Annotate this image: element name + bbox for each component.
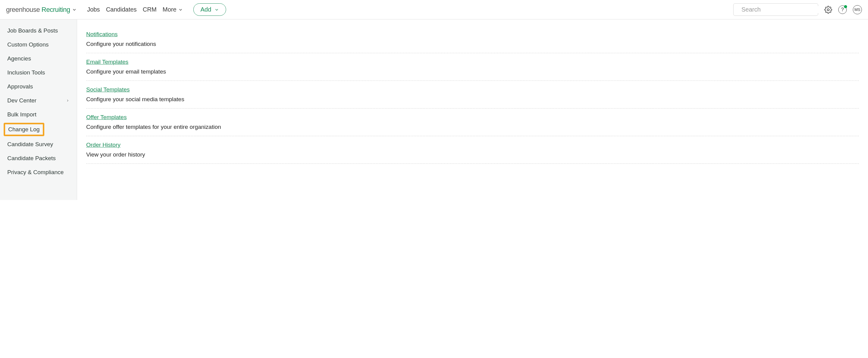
header-right: ? MS [733,3,862,16]
sidebar-item-approvals[interactable]: Approvals [0,80,77,93]
nav-crm[interactable]: CRM [143,6,157,13]
nav-more-label: More [163,6,177,13]
link-notifications[interactable]: Notifications [86,31,118,38]
chevron-down-icon [72,7,77,12]
main-nav: Jobs Candidates CRM More [87,6,183,13]
setting-desc: View your order history [86,152,859,158]
sidebar-item-custom-options[interactable]: Custom Options [0,38,77,52]
setting-offer-templates: Offer Templates Configure offer template… [86,109,859,136]
link-email-templates[interactable]: Email Templates [86,59,128,65]
top-header: greenhouse Recruiting Jobs Candidates CR… [0,0,868,20]
search-box[interactable] [733,3,818,16]
settings-button[interactable] [824,6,832,14]
sidebar-item-label: Candidate Survey [7,141,53,148]
sidebar-item-label: Privacy & Compliance [7,169,64,176]
sidebar-item-change-log[interactable]: Change Log [4,123,44,136]
chevron-down-icon [214,7,219,12]
sidebar-item-inclusion-tools[interactable]: Inclusion Tools [0,66,77,80]
sidebar-item-label: Candidate Packets [7,155,56,162]
setting-order-history: Order History View your order history [86,136,859,164]
sidebar: Job Boards & Posts Custom Options Agenci… [0,20,77,200]
nav-candidates[interactable]: Candidates [106,6,136,13]
sidebar-item-dev-center[interactable]: Dev Center [0,93,77,108]
sidebar-item-privacy-compliance[interactable]: Privacy & Compliance [0,165,77,179]
sidebar-item-label: Custom Options [7,41,49,48]
sidebar-item-label: Job Boards & Posts [7,27,58,34]
body: Job Boards & Posts Custom Options Agenci… [0,20,868,200]
logo-text: greenhouse Recruiting [6,6,70,14]
link-offer-templates[interactable]: Offer Templates [86,114,127,121]
setting-desc: Configure your social media templates [86,96,859,103]
sidebar-item-label: Approvals [7,83,33,90]
sidebar-item-bulk-import[interactable]: Bulk Import [0,108,77,121]
chevron-down-icon [178,7,183,12]
svg-point-2 [827,8,830,11]
sidebar-item-candidate-packets[interactable]: Candidate Packets [0,152,77,165]
setting-notifications: Notifications Configure your notificatio… [86,26,859,53]
link-social-templates[interactable]: Social Templates [86,86,130,93]
setting-email-templates: Email Templates Configure your email tem… [86,53,859,81]
nav-more[interactable]: More [163,6,183,13]
notification-dot [844,5,847,8]
sidebar-item-candidate-survey[interactable]: Candidate Survey [0,137,77,152]
sidebar-item-label: Bulk Import [7,111,36,118]
add-button[interactable]: Add [193,3,226,16]
setting-desc: Configure your email templates [86,68,859,75]
sidebar-item-job-boards[interactable]: Job Boards & Posts [0,24,77,38]
link-order-history[interactable]: Order History [86,142,121,148]
setting-social-templates: Social Templates Configure your social m… [86,81,859,109]
sidebar-item-label: Inclusion Tools [7,69,45,76]
user-avatar[interactable]: MS [853,5,862,14]
avatar: MS [853,5,862,14]
add-button-label: Add [200,6,211,13]
gear-icon [824,6,832,14]
product-switcher[interactable]: greenhouse Recruiting [6,6,77,14]
main-content: Notifications Configure your notificatio… [77,20,868,200]
setting-desc: Configure offer templates for your entir… [86,124,859,130]
sidebar-item-agencies[interactable]: Agencies [0,52,77,66]
help-icon: ? [838,5,847,14]
chevron-right-icon [66,99,69,103]
search-input[interactable] [741,6,818,13]
nav-jobs[interactable]: Jobs [87,6,100,13]
setting-desc: Configure your notifications [86,41,859,48]
help-button[interactable]: ? [838,5,847,14]
sidebar-item-label: Agencies [7,55,31,62]
sidebar-item-label: Change Log [8,126,40,133]
sidebar-item-label: Dev Center [7,97,36,104]
